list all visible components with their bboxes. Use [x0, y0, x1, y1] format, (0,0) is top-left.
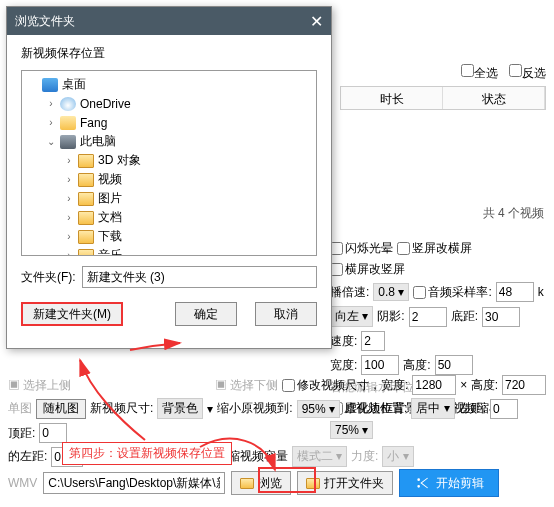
mod-w-input[interactable] [412, 375, 456, 395]
bottom-bar: WMV 浏览 打开文件夹 开始剪辑 [8, 469, 546, 497]
folder-label: 文件夹(F): [21, 269, 76, 286]
choose-down: ▣ 选择下侧 [215, 377, 278, 394]
folder-name-input[interactable] [82, 266, 317, 288]
folder-tree[interactable]: 桌面 ›OneDrive ›Fang ⌄此电脑 ›3D 对象 ›视频 ›图片 ›… [21, 70, 317, 256]
tree-pc[interactable]: ⌄此电脑 [22, 132, 316, 151]
tree-desktop[interactable]: 桌面 [22, 75, 316, 94]
choose-up: ▣ 选择上侧 [8, 377, 71, 394]
bottomdist-input[interactable] [482, 307, 520, 327]
bg-color[interactable]: 背景色 [157, 398, 203, 419]
mode-sel[interactable]: 模式二 ▾ [292, 446, 347, 467]
tree-user[interactable]: ›Fang [22, 113, 316, 132]
col-duration: 时长 [341, 87, 443, 109]
table-header: 时长 状态 [340, 86, 546, 110]
chk-flash[interactable]: 闪烁光晕 [330, 240, 393, 257]
ldist-label: 的左距: [8, 448, 47, 465]
spd-input[interactable] [361, 331, 385, 351]
tree-docs[interactable]: ›文档 [22, 208, 316, 227]
ok-button[interactable]: 确定 [175, 302, 237, 326]
new-folder-button[interactable]: 新建文件夹(M) [21, 302, 123, 326]
chk-modsize[interactable]: 修改视频尺寸，宽度: [282, 377, 408, 394]
speed-select[interactable]: 0.8 ▾ [373, 283, 409, 301]
pos-sel[interactable]: 居中 ▾ [411, 398, 454, 419]
dir-select[interactable]: 向左 ▾ [330, 306, 373, 327]
single-img: 单图 [8, 400, 32, 417]
folder-icon [306, 478, 320, 489]
rand-img-btn[interactable]: 随机图 [36, 399, 86, 419]
browse-folder-dialog: 浏览文件夹 ✕ 新视频保存位置 桌面 ›OneDrive ›Fang ⌄此电脑 … [6, 6, 332, 349]
scissor-icon [414, 475, 430, 491]
shadow-input[interactable] [409, 307, 447, 327]
tree-video[interactable]: ›视频 [22, 170, 316, 189]
shrink-sel[interactable]: 95% ▾ [297, 400, 340, 418]
tree-onedrive[interactable]: ›OneDrive [22, 94, 316, 113]
video-count: 共 4 个视频 [483, 205, 544, 222]
tree-3d[interactable]: ›3D 对象 [22, 151, 316, 170]
strength-sel[interactable]: 小 ▾ [382, 446, 413, 467]
folder-icon [240, 478, 254, 489]
browse-button[interactable]: 浏览 [231, 471, 291, 495]
select-all[interactable]: 全选 [461, 66, 498, 80]
bg-right-col: 全选 反选 时长 状态 [340, 60, 546, 110]
open-folder-button[interactable]: 打开文件夹 [297, 471, 393, 495]
dialog-titlebar: 浏览文件夹 ✕ [7, 7, 331, 35]
step4-callout: 第四步：设置新视频保存位置 [62, 442, 232, 465]
chk-v2h[interactable]: 竖屏改横屏 [397, 240, 472, 257]
top-input[interactable] [39, 423, 67, 443]
dialog-subtitle: 新视频保存位置 [21, 45, 317, 62]
tree-music[interactable]: ›音乐 [22, 246, 316, 256]
audio-rate-input[interactable] [496, 282, 534, 302]
dialog-title: 浏览文件夹 [15, 13, 75, 30]
close-icon[interactable]: ✕ [310, 12, 323, 31]
cancel-button[interactable]: 取消 [255, 302, 317, 326]
invert-select[interactable]: 反选 [509, 66, 546, 80]
tree-pics[interactable]: ›图片 [22, 189, 316, 208]
speed-label: 播倍速: [330, 284, 369, 301]
chk-audiorate[interactable]: 音频采样率: [413, 284, 491, 301]
col-status: 状态 [443, 87, 545, 109]
start-clip-button[interactable]: 开始剪辑 [399, 469, 499, 497]
left-input[interactable] [490, 399, 518, 419]
wmv-label: WMV [8, 476, 37, 490]
save-path-input[interactable] [43, 472, 225, 494]
tree-download[interactable]: ›下载 [22, 227, 316, 246]
chk-h2v[interactable]: 横屏改竖屏 [330, 261, 405, 278]
mod-h-input[interactable] [502, 375, 546, 395]
